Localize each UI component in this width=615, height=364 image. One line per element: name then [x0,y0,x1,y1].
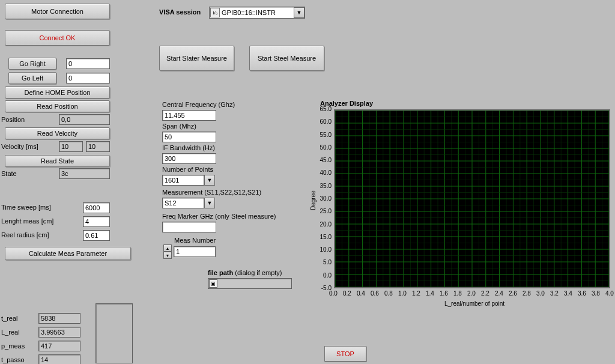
central-freq-input[interactable] [162,110,216,121]
x-tick: 3.0 [536,290,545,297]
x-tick: 0.2 [343,290,351,297]
go-left-value-input[interactable] [66,73,110,83]
reel-radius-label: Reel radius [cm] [1,231,49,238]
calculate-meas-button[interactable]: Calculate Meas Parameter [5,247,131,260]
span-label: Span (Mhz) [162,123,196,130]
y-tick: 35.0 [316,183,332,189]
meas-number-spinner[interactable]: ▲ ▼ [163,244,172,259]
chart-x-axis-label: L_real/number of point [444,300,504,307]
meas-number-input[interactable] [174,246,216,257]
y-tick: 65.0 [316,106,332,112]
t-passo-label: t_passo [1,356,25,363]
visa-session-value: GPIB0::16::INSTR [220,9,294,16]
L-real-value: 3.99563 [38,327,80,338]
y-tick: 0.0 [316,272,332,279]
x-tick: 3.6 [578,290,586,297]
y-tick: 45.0 [316,157,332,163]
position-label: Position [1,116,25,123]
velocity-label: Velocity [ms] [1,143,38,150]
central-freq-label: Central Frequency (Ghz) [162,101,235,108]
y-tick: 5.0 [316,259,332,265]
x-tick: 1.4 [426,290,434,297]
file-browse-icon[interactable]: ▣ [209,279,217,288]
go-left-button[interactable]: Go Left [8,72,56,84]
x-tick: 3.8 [592,290,600,297]
y-tick: 30.0 [316,195,332,202]
visa-session-label: VISA session [159,8,201,16]
y-tick: 25.0 [316,208,332,214]
y-tick: 15.0 [316,234,332,240]
analyzer-chart [334,109,610,288]
if-bw-input[interactable] [162,153,216,164]
length-meas-label: Lenght meas [cm] [1,217,53,225]
num-points-input[interactable] [162,175,204,186]
stop-button[interactable]: STOP [324,346,366,362]
meas-number-label: Meas Number [174,237,216,244]
measurement-input[interactable] [162,198,204,208]
y-tick: 10.0 [316,246,332,253]
if-bw-label: IF Bandwidth (Hz) [162,144,215,151]
state-label: State [1,170,17,177]
length-meas-input[interactable] [83,216,110,227]
file-path-label: file path (dialog if empty) [208,269,282,276]
num-points-label: Number of Points [162,166,213,173]
go-right-button[interactable]: Go Right [8,58,56,70]
t-real-value: 5838 [38,313,80,324]
x-tick: 0.6 [371,290,379,297]
file-path-input[interactable]: ▣ [208,278,292,289]
p-meas-label: p_meas [1,342,25,350]
y-tick: 60.0 [316,118,332,125]
time-sweep-input[interactable] [83,202,110,213]
t-real-label: t_real [1,315,18,322]
y-tick: 50.0 [316,144,332,151]
L-real-label: L_real [1,329,20,336]
x-tick: 0.0 [329,290,338,297]
p-meas-value: 417 [38,341,80,351]
freq-marker-input[interactable] [162,222,216,232]
result-panel [95,303,133,363]
x-tick: 2.8 [523,290,531,297]
x-tick: 1.2 [412,290,420,297]
motor-connection-button[interactable]: Motor Connection [5,4,110,19]
x-tick: 2.4 [495,290,503,297]
visa-session-combo[interactable]: I/₀ GPIB0::16::INSTR ▼ [209,7,305,19]
measurement-dropdown-icon[interactable]: ▼ [204,198,215,208]
x-tick: 2.2 [481,290,489,297]
read-velocity-button[interactable]: Read Velocity [5,127,110,139]
chart-y-axis-label: Degree [310,190,317,210]
state-value: 3c [59,168,110,179]
freq-marker-label: Freq Marker GHz (only Steel measure) [162,213,276,220]
reel-radius-input[interactable] [83,230,110,241]
x-tick: 1.0 [398,290,407,297]
num-points-dropdown-icon[interactable]: ▼ [204,175,215,186]
define-home-button[interactable]: Define HOME Position [5,86,110,99]
position-value: 0,0 [59,114,110,125]
chart-grid [335,111,609,287]
x-tick: 3.2 [550,290,559,297]
read-position-button[interactable]: Read Position [5,100,110,112]
span-input[interactable] [162,132,216,142]
time-sweep-label: Time sweep [ms] [1,204,51,211]
x-tick: 0.8 [384,290,393,297]
read-state-button[interactable]: Read State [5,155,110,167]
visa-dropdown-icon[interactable]: ▼ [294,7,304,18]
go-right-value-input[interactable] [66,58,110,69]
t-passo-value: 14 [38,354,80,364]
x-tick: 0.4 [357,290,365,297]
connect-ok-button[interactable]: Connect OK [5,30,110,46]
spinner-up-icon[interactable]: ▲ [163,244,172,252]
velocity-value-1: 10 [59,141,83,152]
x-tick: 1.6 [440,290,448,297]
x-tick: 1.8 [453,290,462,297]
y-tick: 40.0 [316,169,332,176]
io-session-icon: I/₀ [210,8,220,17]
x-tick: 4.0 [605,290,614,297]
velocity-value-2: 10 [86,141,110,152]
start-slater-button[interactable]: Start Slater Measure [159,46,234,71]
y-tick: 20.0 [316,221,332,228]
x-tick: 2.6 [509,290,517,297]
y-tick: 55.0 [316,132,332,138]
x-tick: 2.0 [467,290,476,297]
start-steel-button[interactable]: Start Steel Measure [249,46,324,71]
spinner-down-icon[interactable]: ▼ [163,252,172,259]
